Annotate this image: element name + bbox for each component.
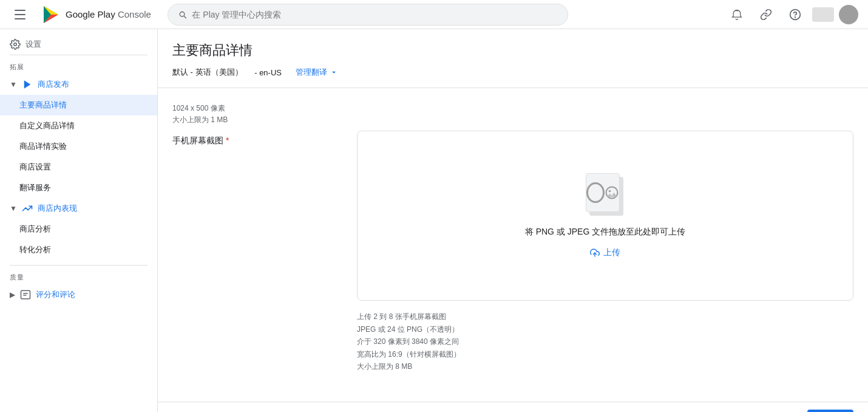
dropdown-arrow-icon: [330, 68, 338, 77]
image-placeholder-icon: [605, 184, 619, 201]
sidebar-item-label: 商店分析: [19, 224, 51, 235]
trend-icon: [22, 203, 33, 214]
upload-dropzone[interactable]: 将 PNG 或 JPEG 文件拖放至此处即可上传 上传: [357, 131, 853, 301]
sidebar-item-label: 商店设置: [19, 162, 51, 173]
app-name-label: Google Play Console: [66, 9, 151, 19]
user-avatar-button[interactable]: [839, 5, 858, 24]
lang-spacer: [287, 68, 291, 77]
upload-icon: [590, 248, 600, 258]
sidebar-item-conversion-analysis[interactable]: 转化分析: [0, 239, 157, 260]
notifications-button[interactable]: [725, 2, 749, 27]
link-button[interactable]: [754, 2, 778, 27]
upload-hints: 上传 2 到 8 张手机屏幕截图 JPEG 或 24 位 PNG（不透明） 介于…: [357, 311, 853, 373]
hamburger-menu-button[interactable]: [10, 2, 34, 27]
sidebar: 设置 拓展 ▼ 商店发布 主要商品详情 自定义商品详情 商品详情实验 商店设置 …: [0, 29, 158, 412]
search-icon: [178, 10, 187, 19]
chevron-down-icon: ▼: [10, 80, 17, 89]
sidebar-ratings[interactable]: ▶ 评分和评论: [0, 284, 157, 305]
quality-section-label: 质量: [0, 266, 157, 284]
upload-drag-text: 将 PNG 或 JPEG 文件拖放至此处即可上传: [525, 227, 685, 238]
search-bar[interactable]: [168, 4, 568, 26]
help-icon: [789, 9, 801, 21]
sidebar-item-translation-service[interactable]: 翻译服务: [0, 177, 157, 198]
screenshot-label: 手机屏幕截图: [172, 136, 223, 145]
chevron-down-icon-2: ▼: [10, 204, 17, 213]
content-area: 主要商品详情 默认 - 英语（美国） - en-US 管理翻译 1024 x 5…: [158, 29, 868, 412]
svg-point-6: [795, 16, 796, 17]
sidebar-item-store-settings[interactable]: 商店设置: [0, 157, 157, 177]
bottom-bar: 舍弃更改 保存: [158, 402, 868, 412]
sidebar-item-label: 翻译服务: [19, 182, 51, 193]
lang-code: - en-US: [254, 68, 282, 77]
ratings-icon: [20, 289, 31, 300]
content-body: 1024 x 500 像素 大小上限为 1 MB 手机屏幕截图 *: [158, 88, 868, 402]
main-layout: 设置 拓展 ▼ 商店发布 主要商品详情 自定义商品详情 商品详情实验 商店设置 …: [0, 29, 868, 412]
sidebar-item-store-analysis[interactable]: 商店分析: [0, 219, 157, 239]
help-button[interactable]: [783, 2, 807, 27]
screenshot-section: 手机屏幕截图 *: [172, 131, 853, 373]
sidebar-item-product-experiment[interactable]: 商品详情实验: [0, 136, 157, 157]
chevron-right-icon: ▶: [10, 290, 15, 299]
discard-button[interactable]: 舍弃更改: [744, 410, 798, 412]
sidebar-store-publish[interactable]: ▼ 商店发布: [0, 74, 157, 95]
lang-bar: 默认 - 英语（美国） - en-US 管理翻译: [172, 67, 853, 78]
upload-button[interactable]: 上传: [590, 247, 620, 258]
file-icon-front: [586, 173, 620, 212]
store-publish-label: 商店发布: [38, 79, 69, 90]
expand-section-label: 拓展: [0, 55, 157, 74]
required-marker: *: [226, 136, 229, 145]
svg-marker-8: [24, 80, 31, 89]
hamburger-icon: [15, 7, 29, 22]
content-header: 主要商品详情 默认 - 英语（美国） - en-US 管理翻译: [158, 29, 868, 88]
sidebar-item-label: 商品详情实验: [19, 141, 67, 152]
link-icon: [760, 9, 772, 21]
topbar: Google Play Console: [0, 0, 868, 29]
upload-hint-2: JPEG 或 24 位 PNG（不透明）: [357, 323, 853, 335]
topbar-left: Google Play Console: [10, 2, 168, 27]
sidebar-item-label: 自定义商品详情: [19, 120, 75, 131]
sidebar-item-custom-product-detail[interactable]: 自定义商品详情: [0, 115, 157, 136]
sidebar-store-performance[interactable]: ▼ 商店内表现: [0, 198, 157, 219]
upload-btn-label: 上传: [603, 247, 620, 258]
file-icon: [586, 173, 625, 217]
store-performance-label: 商店内表现: [38, 203, 77, 214]
screenshot-label-area: 手机屏幕截图 *: [172, 131, 342, 373]
image-size-line2: 大小上限为 1 MB: [172, 114, 853, 126]
sidebar-settings-item[interactable]: 设置: [0, 34, 157, 55]
svg-point-7: [14, 43, 17, 46]
image-size-line1: 1024 x 500 像素: [172, 103, 853, 114]
upload-hint-3: 介于 320 像素到 3840 像素之间: [357, 335, 853, 348]
upload-hint-5: 大小上限为 8 MB: [357, 360, 853, 373]
account-switcher-button[interactable]: [812, 7, 834, 22]
save-button[interactable]: 保存: [807, 410, 853, 412]
sidebar-item-main-product-detail[interactable]: 主要商品详情: [0, 95, 157, 115]
page-title: 主要商品详情: [172, 41, 853, 60]
lang-separator: [248, 68, 250, 77]
svg-point-13: [609, 190, 611, 192]
upload-hint-4: 宽高比为 16:9（针对横屏截图）: [357, 348, 853, 360]
manage-translation-button[interactable]: 管理翻译: [296, 67, 338, 78]
notification-icon: [731, 9, 743, 21]
sidebar-item-label: 主要商品详情: [19, 100, 67, 111]
sidebar-item-label: 转化分析: [19, 244, 51, 255]
store-publish-icon: [22, 79, 33, 90]
gear-icon: [10, 39, 21, 50]
ratings-label: 评分和评论: [36, 289, 75, 300]
topbar-actions: [725, 2, 858, 27]
image-size-info: 1024 x 500 像素 大小上限为 1 MB: [172, 103, 853, 126]
settings-label: 设置: [25, 39, 41, 50]
play-logo-icon: [41, 5, 61, 24]
logo-area: Google Play Console: [41, 5, 151, 24]
search-input[interactable]: [192, 10, 558, 19]
manage-translation-label: 管理翻译: [296, 67, 327, 78]
upload-hint-1: 上传 2 到 8 张手机屏幕截图: [357, 311, 853, 323]
lang-default: 默认 - 英语（美国）: [172, 67, 243, 78]
